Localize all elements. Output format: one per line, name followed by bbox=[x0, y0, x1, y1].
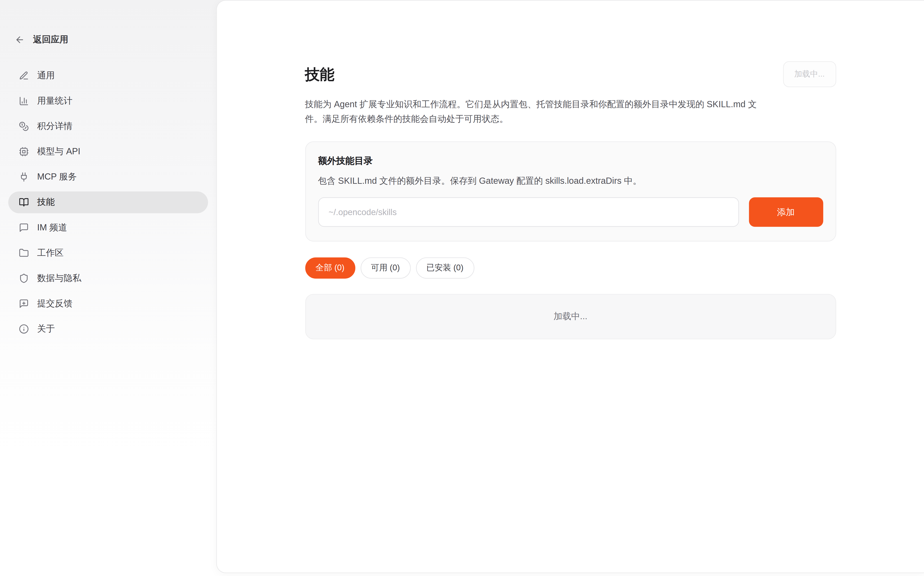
filter-available[interactable]: 可用 (0) bbox=[360, 258, 411, 279]
filter-tabs: 全部 (0) 可用 (0) 已安装 (0) bbox=[305, 258, 836, 279]
sidebar-item-label: 工作区 bbox=[37, 248, 64, 259]
settings-window: 返回应用 通用 用量统计 积分详情 bbox=[0, 0, 924, 576]
info-icon bbox=[19, 324, 29, 334]
main-panel: 技能 加载中... 技能为 Agent 扩展专业知识和工作流程。它们是从内置包、… bbox=[216, 0, 924, 573]
sidebar-nav: 通用 用量统计 积分详情 模型与 API bbox=[0, 63, 216, 342]
bar-chart-icon bbox=[19, 96, 29, 106]
skills-page: 技能 加载中... 技能为 Agent 扩展专业知识和工作流程。它们是从内置包、… bbox=[305, 1, 836, 339]
extra-dirs-title: 额外技能目录 bbox=[318, 155, 823, 167]
sidebar-item-data-privacy[interactable]: 数据与隐私 bbox=[8, 267, 208, 289]
sidebar-item-workspace[interactable]: 工作区 bbox=[8, 242, 208, 264]
filter-installed[interactable]: 已安装 (0) bbox=[416, 258, 474, 279]
message-square-plus-icon bbox=[19, 299, 29, 309]
sidebar-item-credits[interactable]: 积分详情 bbox=[8, 115, 208, 137]
sidebar-item-label: 积分详情 bbox=[37, 121, 72, 132]
sidebar-item-label: 提交反馈 bbox=[37, 298, 72, 309]
extra-dirs-description: 包含 SKILL.md 文件的额外目录。保存到 Gateway 配置的 skil… bbox=[318, 174, 823, 187]
shield-icon bbox=[19, 273, 29, 283]
pen-icon bbox=[19, 70, 29, 81]
back-to-app-link[interactable]: 返回应用 bbox=[0, 34, 216, 45]
sidebar-item-skills[interactable]: 技能 bbox=[8, 191, 208, 213]
sidebar-item-label: 技能 bbox=[37, 197, 55, 208]
cpu-icon bbox=[19, 147, 29, 157]
arrow-left-icon bbox=[14, 35, 25, 45]
sidebar-item-mcp-services[interactable]: MCP 服务 bbox=[8, 166, 208, 188]
sidebar-item-usage-stats[interactable]: 用量统计 bbox=[8, 90, 208, 112]
sidebar-item-feedback[interactable]: 提交反馈 bbox=[8, 293, 208, 315]
folder-icon bbox=[19, 248, 29, 258]
sidebar-item-label: 用量统计 bbox=[37, 96, 72, 107]
page-title: 技能 bbox=[305, 66, 335, 83]
book-open-icon bbox=[19, 197, 29, 207]
sidebar-item-label: 数据与隐私 bbox=[37, 273, 81, 284]
add-button[interactable]: 添加 bbox=[749, 197, 823, 227]
back-link-label: 返回应用 bbox=[33, 34, 69, 45]
sidebar-item-models-api[interactable]: 模型与 API bbox=[8, 141, 208, 163]
message-square-icon bbox=[19, 222, 29, 233]
plug-icon bbox=[19, 172, 29, 182]
filter-all[interactable]: 全部 (0) bbox=[305, 258, 355, 279]
settings-sidebar: 返回应用 通用 用量统计 积分详情 bbox=[0, 0, 216, 576]
sidebar-item-about[interactable]: 关于 bbox=[8, 318, 208, 340]
header-loading-chip: 加载中... bbox=[783, 61, 836, 87]
coins-icon bbox=[19, 122, 29, 131]
skill-dir-input[interactable] bbox=[318, 197, 739, 227]
sidebar-item-general[interactable]: 通用 bbox=[8, 65, 208, 86]
sidebar-item-label: MCP 服务 bbox=[37, 171, 77, 182]
extra-dirs-form: 添加 bbox=[318, 197, 823, 227]
sidebar-item-label: 关于 bbox=[37, 323, 55, 334]
sidebar-item-label: IM 频道 bbox=[37, 222, 67, 233]
page-description: 技能为 Agent 扩展专业知识和工作流程。它们是从内置包、托管技能目录和你配置… bbox=[305, 96, 769, 126]
sidebar-item-label: 模型与 API bbox=[37, 146, 80, 157]
sidebar-item-im-channels[interactable]: IM 频道 bbox=[8, 217, 208, 238]
sidebar-item-label: 通用 bbox=[37, 70, 55, 81]
extra-dirs-card: 额外技能目录 包含 SKILL.md 文件的额外目录。保存到 Gateway 配… bbox=[305, 141, 836, 242]
skills-loading-panel: 加载中... bbox=[305, 294, 836, 339]
page-header: 技能 加载中... bbox=[305, 61, 836, 87]
